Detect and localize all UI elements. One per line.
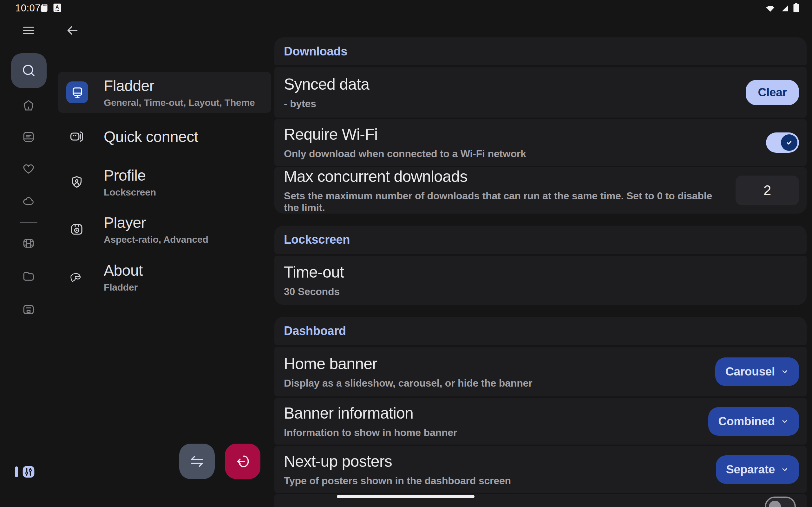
svg-text:A: A — [55, 4, 59, 9]
setting-title: Banner information — [284, 404, 699, 422]
home-banner-dropdown[interactable]: Carousel — [715, 357, 799, 386]
toggle-thumb-unchecked — [769, 501, 781, 507]
section-title: Dashboard — [284, 324, 346, 338]
menu-item-title: Player — [104, 214, 208, 231]
setting-subtitle: Display as a slideshow, carousel, or hid… — [284, 377, 706, 389]
toggle-thumb-checked — [781, 134, 798, 151]
chevron-down-icon — [780, 465, 789, 474]
setting-subtitle: Type of posters shown in the dashboard s… — [284, 475, 706, 487]
setting-subtitle: 30 Seconds — [284, 286, 790, 297]
menu-item-subtitle: Lockscreen — [104, 187, 156, 198]
logout-button[interactable] — [225, 444, 260, 479]
max-downloads-field[interactable]: 2 — [735, 176, 799, 205]
menu-item-subtitle: General, Time-out, Layout, Theme — [104, 97, 255, 108]
setting-row-banner-information[interactable]: Banner information Information to show i… — [274, 398, 807, 445]
folder-icon[interactable] — [22, 270, 35, 283]
letter-a-app-icon: A — [53, 3, 61, 12]
banner-information-dropdown[interactable]: Combined — [708, 407, 799, 436]
setting-row-require-wifi[interactable]: Require Wi-Fi Only download when connect… — [274, 119, 807, 166]
menu-item-fladder[interactable]: Fladder General, Time-out, Layout, Theme — [58, 72, 271, 113]
setting-subtitle: Information to show in home banner — [284, 427, 699, 439]
menu-hamburger-icon[interactable] — [21, 23, 36, 38]
setting-subtitle: - bytes — [284, 98, 736, 110]
swap-horizontal-icon — [189, 453, 206, 470]
rail-divider — [20, 222, 38, 223]
menu-item-about[interactable]: About Fladder — [58, 255, 271, 300]
menu-item-subtitle: Fladder — [104, 282, 143, 293]
setting-row-max-downloads[interactable]: Max concurrent downloads Sets the maximu… — [274, 167, 807, 214]
display-icon — [66, 81, 88, 103]
chevron-down-icon — [780, 417, 789, 426]
gesture-navigation-pill[interactable] — [337, 495, 474, 498]
menu-item-subtitle: Aspect-ratio, Advanced — [104, 234, 208, 245]
battery-icon — [793, 3, 799, 12]
setting-subtitle: Sets the maximum number of downloads tha… — [284, 190, 726, 214]
fladder-logo-icon — [69, 270, 84, 285]
cellular-signal-icon — [780, 3, 789, 12]
section-title: Downloads — [284, 45, 347, 58]
setting-row-home-banner[interactable]: Home banner Display as a slideshow, caro… — [274, 347, 807, 396]
section-title: Lockscreen — [284, 233, 350, 246]
settings-panel: Downloads Synced data - bytes Clear Requ… — [274, 38, 807, 507]
menu-item-player[interactable]: Player Aspect-ratio, Advanced — [58, 207, 271, 252]
dropdown-value: Carousel — [725, 365, 775, 378]
clock: 10:07 — [15, 3, 41, 14]
section-header-downloads: Downloads — [274, 38, 807, 65]
next-up-posters-dropdown[interactable]: Separate — [716, 455, 799, 484]
show-all-collection-types-toggle[interactable] — [765, 497, 796, 507]
setting-row-next-up-posters[interactable]: Next-up posters Type of posters shown in… — [274, 446, 807, 493]
quick-connect-icon — [69, 129, 84, 144]
logout-icon — [234, 453, 251, 470]
dropdown-value: Separate — [726, 463, 775, 476]
media-library-icon[interactable] — [22, 130, 35, 144]
setting-title: Next-up posters — [284, 452, 706, 470]
clear-button[interactable]: Clear — [746, 80, 799, 105]
sd-card-icon — [40, 3, 48, 12]
setting-title: Home banner — [284, 354, 706, 373]
require-wifi-toggle[interactable] — [766, 132, 799, 153]
setting-subtitle: Only download when connected to a Wi-Fi … — [284, 148, 757, 160]
section-header-dashboard: Dashboard — [274, 317, 807, 345]
back-arrow-icon[interactable] — [65, 23, 79, 38]
chevron-down-icon — [780, 368, 789, 376]
menu-item-title: Quick connect — [104, 128, 198, 146]
section-header-lockscreen: Lockscreen — [274, 226, 807, 254]
switch-server-button[interactable] — [179, 444, 215, 479]
menu-item-quick-connect[interactable]: Quick connect — [58, 116, 271, 157]
movies-film-icon[interactable] — [22, 237, 35, 250]
media-player-icon — [69, 222, 84, 237]
settings-tune-icon[interactable] — [21, 465, 36, 479]
setting-title: Show all collection types — [284, 504, 790, 507]
rail-search-button[interactable] — [11, 53, 47, 88]
wifi-icon — [765, 3, 775, 12]
collections-icon[interactable] — [22, 303, 35, 316]
setting-title: Require Wi-Fi — [284, 125, 757, 144]
home-icon[interactable] — [22, 99, 35, 112]
setting-row-timeout[interactable]: Time-out 30 Seconds — [274, 256, 807, 305]
setting-row-synced-data[interactable]: Synced data - bytes Clear — [274, 67, 807, 118]
selected-indicator-pill — [15, 466, 18, 477]
setting-title: Synced data — [284, 75, 736, 94]
setting-title: Max concurrent downloads — [284, 167, 726, 186]
menu-item-profile[interactable]: Profile Lockscreen — [58, 160, 271, 205]
dropdown-value: Combined — [718, 415, 775, 428]
menu-item-title: Fladder — [104, 77, 255, 95]
shield-person-icon — [69, 175, 84, 190]
status-bar: 10:07 A — [0, 0, 812, 15]
search-icon — [20, 62, 37, 79]
menu-item-title: Profile — [104, 167, 156, 184]
menu-item-title: About — [104, 262, 143, 279]
setting-title: Time-out — [284, 263, 790, 281]
favorites-heart-icon[interactable] — [22, 162, 35, 176]
cloud-sync-icon[interactable] — [22, 194, 35, 208]
